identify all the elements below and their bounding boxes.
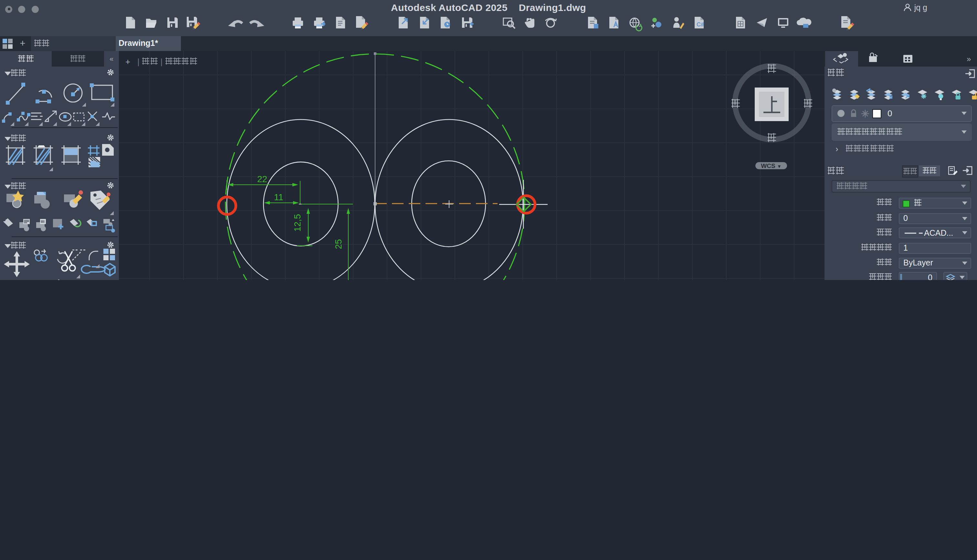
svg-text:25: 25 [333,239,343,249]
svg-text:11: 11 [274,192,283,202]
svg-text:12,5: 12,5 [292,214,302,232]
svg-text:»: » [967,54,971,63]
svg-text:C#: C# [697,21,704,28]
svg-text:22: 22 [257,174,267,184]
